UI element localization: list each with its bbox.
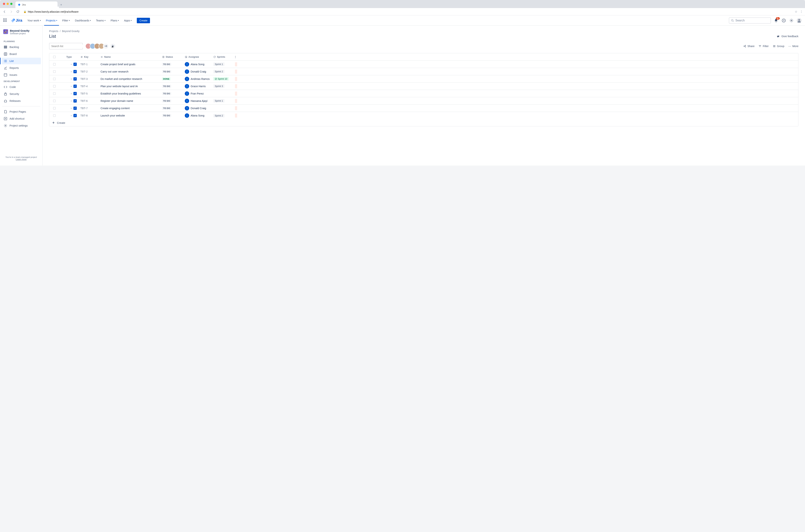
sidebar-item-add-shortcut[interactable]: Add shortcut <box>1 115 41 122</box>
status-lozenge[interactable]: TO DO <box>162 85 171 88</box>
nav-your-work[interactable]: Your work▾ <box>26 15 43 26</box>
bookmark-button[interactable]: ☆ <box>795 10 797 13</box>
give-feedback-button[interactable]: Give feedback <box>777 35 799 38</box>
nav-plans[interactable]: Plans▾ <box>109 15 121 26</box>
issue-summary[interactable]: Do market and competitor research <box>99 77 160 80</box>
profile-button[interactable] <box>797 18 802 23</box>
issue-key[interactable]: TBT-8 <box>79 114 99 117</box>
new-tab-button[interactable] <box>59 1 64 8</box>
expand-row-button[interactable]: › <box>71 63 72 65</box>
issue-key[interactable]: TBT-1 <box>79 63 99 66</box>
table-row[interactable]: ›✓ TBT-8 Launch your website TO DO 👤Alan… <box>49 112 798 119</box>
inline-create-button[interactable]: Create <box>49 119 798 126</box>
table-row[interactable]: ›✓ TBT-7 Create engaging content TO DO 👤… <box>49 104 798 112</box>
issue-summary[interactable]: Launch your website <box>99 114 160 117</box>
sprint-tag[interactable]: Sprint 10 <box>213 77 229 80</box>
expand-row-button[interactable]: › <box>71 114 72 117</box>
sprint-tag[interactable]: Sprint 1 <box>213 99 225 102</box>
table-row[interactable]: ›✓ TBT-3 Do market and competitor resear… <box>49 75 798 82</box>
add-people-button[interactable] <box>110 43 116 49</box>
status-lozenge[interactable]: TO DO <box>162 99 171 102</box>
table-row[interactable]: ›✓ TBT-4 Plan your website layout and IA… <box>49 82 798 90</box>
status-lozenge[interactable]: TO DO <box>162 70 171 73</box>
col-status[interactable]: Status <box>166 56 173 58</box>
expand-row-button[interactable]: › <box>71 92 72 95</box>
avatar-overflow[interactable]: +3 <box>103 43 109 49</box>
issue-summary[interactable]: Register your domain name <box>99 99 160 102</box>
expand-row-button[interactable]: › <box>71 85 72 88</box>
sidebar-item-project-pages[interactable]: Project Pages <box>1 109 41 115</box>
assignee-name[interactable]: Alana Song <box>191 114 204 117</box>
col-sprints[interactable]: Sprints <box>217 56 225 58</box>
assignee-name[interactable]: Hassana Ajayi <box>191 99 208 102</box>
filter-button[interactable]: Filter <box>759 45 769 48</box>
status-lozenge[interactable]: DONE <box>162 77 171 80</box>
row-checkbox[interactable] <box>53 100 56 102</box>
sidebar-item-code[interactable]: Code <box>1 84 41 90</box>
assignee-name[interactable]: Andreas Ramos <box>191 77 210 80</box>
assignee-name[interactable]: Donald Craig <box>191 107 206 110</box>
sidebar-item-backlog[interactable]: Backlog <box>1 44 41 50</box>
notifications-button[interactable]: 9+ <box>773 18 779 23</box>
minimize-window-icon[interactable] <box>6 3 9 5</box>
close-window-icon[interactable] <box>3 3 5 5</box>
assignee-name[interactable]: Donald Craig <box>191 70 206 73</box>
global-search-input[interactable]: Search <box>729 17 771 24</box>
issue-summary[interactable]: Plan your website layout and IA <box>99 85 160 88</box>
expand-row-button[interactable]: › <box>71 78 72 80</box>
status-lozenge[interactable]: TO DO <box>162 114 171 117</box>
row-checkbox[interactable] <box>53 85 56 88</box>
status-lozenge[interactable]: TO DO <box>162 92 171 95</box>
col-assignee[interactable]: Assignee <box>188 56 199 58</box>
issue-summary[interactable]: Establish your branding guidelines <box>99 92 160 95</box>
sidebar-item-project-settings[interactable]: Project settings <box>1 122 41 129</box>
select-all-checkbox[interactable] <box>53 56 56 58</box>
issue-summary[interactable]: Carry out user research <box>99 70 160 73</box>
assignee-name[interactable]: Fran Perez <box>191 92 204 95</box>
row-checkbox[interactable] <box>53 63 56 65</box>
sidebar-item-issues[interactable]: Issues <box>1 72 41 78</box>
browser-menu-button[interactable]: ⋮ <box>800 10 803 13</box>
reload-button[interactable] <box>15 10 20 13</box>
issue-key[interactable]: TBT-6 <box>79 99 99 102</box>
table-row[interactable]: ›✓ TBT-6 Register your domain name TO DO… <box>49 97 798 104</box>
issue-key[interactable]: TBT-2 <box>79 70 99 73</box>
expand-row-button[interactable]: › <box>71 107 72 110</box>
nav-apps[interactable]: Apps▾ <box>122 15 134 26</box>
app-switcher-button[interactable] <box>3 19 7 22</box>
sprint-tag[interactable]: Sprint 1 <box>213 62 225 66</box>
sprint-tag[interactable]: Sprint 3 <box>213 84 225 88</box>
back-button[interactable] <box>2 10 7 13</box>
issue-summary[interactable]: Create engaging content <box>99 107 160 110</box>
table-row[interactable]: ›✓ TBT-2 Carry out user research TO DO 👤… <box>49 68 798 75</box>
more-button[interactable]: ⋯More <box>788 45 799 48</box>
url-field[interactable]: 🔒 https://www.bancly.atlassian.net/jira/… <box>22 10 793 13</box>
assignee-name[interactable]: Alana Song <box>191 63 204 66</box>
issue-key[interactable]: TBT-4 <box>79 85 99 88</box>
row-checkbox[interactable] <box>53 114 56 117</box>
nav-filter[interactable]: Filter▾ <box>60 15 72 26</box>
col-name[interactable]: Name <box>104 56 111 58</box>
nav-teams[interactable]: Teams▾ <box>94 15 107 26</box>
expand-row-button[interactable]: › <box>71 70 72 73</box>
table-row[interactable]: ›✓ TBT-1 Create project brief and goals … <box>49 61 798 68</box>
maximize-window-icon[interactable] <box>10 3 13 5</box>
col-type[interactable]: Type <box>66 56 72 58</box>
sidebar-item-reports[interactable]: Reports <box>1 65 41 71</box>
share-button[interactable]: Share <box>743 45 755 48</box>
sidebar-item-board[interactable]: Board <box>1 51 41 57</box>
help-button[interactable]: ? <box>781 18 786 23</box>
table-row[interactable]: ›✓ TBT-5 Establish your branding guideli… <box>49 90 798 97</box>
sprint-tag[interactable]: Sprint 2 <box>213 70 225 73</box>
sidebar-learn-more-link[interactable]: Learn more <box>16 158 26 160</box>
assignee-name[interactable]: Grace Harris <box>191 85 206 88</box>
browser-tab[interactable]: Jira <box>15 1 58 8</box>
more-columns-button[interactable]: ⋮ <box>234 56 236 58</box>
group-button[interactable]: Group <box>773 45 784 48</box>
issue-summary[interactable]: Create project brief and goals <box>99 63 160 66</box>
settings-button[interactable] <box>789 18 794 23</box>
sidebar-item-list[interactable]: List <box>1 58 41 64</box>
list-search-input[interactable] <box>49 43 83 50</box>
issue-key[interactable]: TBT-5 <box>79 92 99 95</box>
status-lozenge[interactable]: TO DO <box>162 63 171 66</box>
